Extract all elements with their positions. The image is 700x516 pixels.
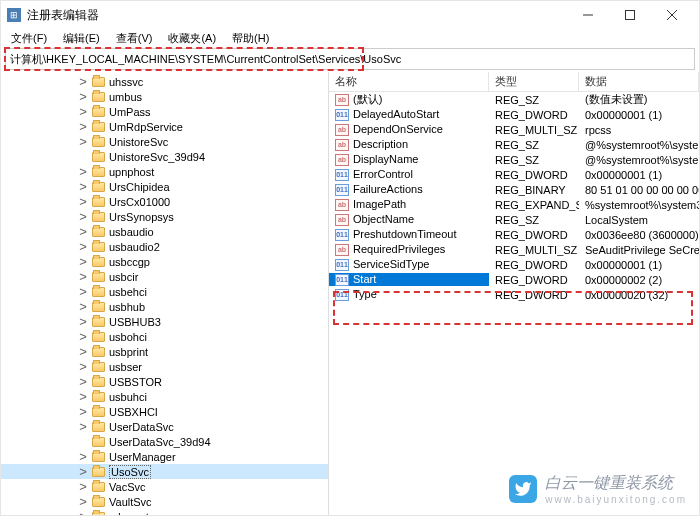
expand-icon[interactable]: > bbox=[76, 134, 90, 149]
value-row-errorcontrol[interactable]: 011ErrorControlREG_DWORD0x00000001 (1) bbox=[329, 167, 699, 182]
tree-item-usbaudio2[interactable]: >usbaudio2 bbox=[1, 239, 328, 254]
value-row-displayname[interactable]: abDisplayNameREG_SZ@%systemroot%\system3 bbox=[329, 152, 699, 167]
tree-item-vaultsvc[interactable]: >VaultSvc bbox=[1, 494, 328, 509]
value-row-preshutdowntimeout[interactable]: 011PreshutdownTimeoutREG_DWORD0x0036ee80… bbox=[329, 227, 699, 242]
tree-item-unistoresvc_39d94[interactable]: UnistoreSvc_39d94 bbox=[1, 149, 328, 164]
menu-edit[interactable]: 编辑(E) bbox=[57, 30, 106, 47]
tree-item-umpass[interactable]: >UmPass bbox=[1, 104, 328, 119]
expand-icon[interactable]: > bbox=[76, 374, 90, 389]
value-data: LocalSystem bbox=[579, 214, 699, 226]
tree-item-urscx01000[interactable]: >UrsCx01000 bbox=[1, 194, 328, 209]
tree-item-usbehci[interactable]: >usbehci bbox=[1, 284, 328, 299]
expand-icon[interactable]: > bbox=[76, 449, 90, 464]
expand-icon[interactable]: > bbox=[76, 254, 90, 269]
tree-item-userdatasvc[interactable]: >UserDataSvc bbox=[1, 419, 328, 434]
tree-item-usbser[interactable]: >usbser bbox=[1, 359, 328, 374]
list-panel[interactable]: 名称 类型 数据 ab(默认)REG_SZ(数值未设置)011DelayedAu… bbox=[329, 72, 699, 516]
expand-icon[interactable]: > bbox=[76, 224, 90, 239]
tree-item-vdrvroot[interactable]: >vdrvroot bbox=[1, 509, 328, 516]
value-row-type[interactable]: 011TypeREG_DWORD0x00000020 (32) bbox=[329, 287, 699, 302]
tree-item-urssynopsys[interactable]: >UrsSynopsys bbox=[1, 209, 328, 224]
tree-item-vacsvc[interactable]: >VacSvc bbox=[1, 479, 328, 494]
tree-item-upnphost[interactable]: >upnphost bbox=[1, 164, 328, 179]
expand-icon[interactable]: > bbox=[76, 314, 90, 329]
expand-icon[interactable]: > bbox=[76, 269, 90, 284]
expand-icon[interactable]: > bbox=[76, 494, 90, 509]
value-row-failureactions[interactable]: 011FailureActionsREG_BINARY80 51 01 00 0… bbox=[329, 182, 699, 197]
value-type: REG_DWORD bbox=[489, 289, 579, 301]
expand-icon[interactable]: > bbox=[76, 239, 90, 254]
tree-item-label: usbuhci bbox=[109, 391, 147, 403]
tree-item-usbhub[interactable]: >usbhub bbox=[1, 299, 328, 314]
expand-icon[interactable]: > bbox=[76, 389, 90, 404]
minimize-button[interactable] bbox=[567, 1, 609, 29]
folder-icon bbox=[92, 317, 105, 327]
expand-icon[interactable] bbox=[76, 149, 90, 164]
tree-item-urschipidea[interactable]: >UrsChipidea bbox=[1, 179, 328, 194]
expand-icon[interactable]: > bbox=[76, 284, 90, 299]
tree-item-label: usbaudio bbox=[109, 226, 154, 238]
value-row-(默认)[interactable]: ab(默认)REG_SZ(数值未设置) bbox=[329, 92, 699, 107]
expand-icon[interactable]: > bbox=[76, 179, 90, 194]
tree-item-usbcir[interactable]: >usbcir bbox=[1, 269, 328, 284]
tree-item-usbohci[interactable]: >usbohci bbox=[1, 329, 328, 344]
address-bar[interactable]: 计算机\HKEY_LOCAL_MACHINE\SYSTEM\CurrentCon… bbox=[5, 48, 695, 70]
value-row-dependonservice[interactable]: abDependOnServiceREG_MULTI_SZrpcss bbox=[329, 122, 699, 137]
folder-icon bbox=[92, 332, 105, 342]
tree-item-umbus[interactable]: >umbus bbox=[1, 89, 328, 104]
expand-icon[interactable]: > bbox=[76, 89, 90, 104]
expand-icon[interactable]: > bbox=[76, 104, 90, 119]
expand-icon[interactable]: > bbox=[76, 74, 90, 89]
expand-icon[interactable] bbox=[76, 434, 90, 449]
tree-item-usbaudio[interactable]: >usbaudio bbox=[1, 224, 328, 239]
tree-item-usermanager[interactable]: >UserManager bbox=[1, 449, 328, 464]
expand-icon[interactable]: > bbox=[76, 299, 90, 314]
maximize-button[interactable] bbox=[609, 1, 651, 29]
expand-icon[interactable]: > bbox=[76, 464, 90, 479]
value-row-servicesidtype[interactable]: 011ServiceSidTypeREG_DWORD0x00000001 (1) bbox=[329, 257, 699, 272]
tree-panel[interactable]: >uhssvc>umbus>UmPass>UmRdpService>Unisto… bbox=[1, 72, 329, 516]
tree-item-usbccgp[interactable]: >usbccgp bbox=[1, 254, 328, 269]
value-row-requiredprivileges[interactable]: abRequiredPrivilegesREG_MULTI_SZSeAuditP… bbox=[329, 242, 699, 257]
tree-item-usbstor[interactable]: >USBSTOR bbox=[1, 374, 328, 389]
value-row-imagepath[interactable]: abImagePathREG_EXPAND_SZ%systemroot%\sys… bbox=[329, 197, 699, 212]
expand-icon[interactable]: > bbox=[76, 359, 90, 374]
tree-item-userdatasvc_39d94[interactable]: UserDataSvc_39d94 bbox=[1, 434, 328, 449]
value-row-delayedautostart[interactable]: 011DelayedAutoStartREG_DWORD0x00000001 (… bbox=[329, 107, 699, 122]
expand-icon[interactable]: > bbox=[76, 419, 90, 434]
col-header-type[interactable]: 类型 bbox=[489, 72, 579, 92]
expand-icon[interactable]: > bbox=[76, 329, 90, 344]
menu-help[interactable]: 帮助(H) bbox=[226, 30, 275, 47]
folder-icon bbox=[92, 152, 105, 162]
col-header-data[interactable]: 数据 bbox=[579, 72, 699, 92]
expand-icon[interactable]: > bbox=[76, 164, 90, 179]
expand-icon[interactable]: > bbox=[76, 479, 90, 494]
regedit-icon: ⊞ bbox=[7, 8, 21, 22]
tree-item-usbhub3[interactable]: >USBHUB3 bbox=[1, 314, 328, 329]
menu-view[interactable]: 查看(V) bbox=[110, 30, 159, 47]
expand-icon[interactable]: > bbox=[76, 404, 90, 419]
menu-file[interactable]: 文件(F) bbox=[5, 30, 53, 47]
tree-item-unistoresvc[interactable]: >UnistoreSvc bbox=[1, 134, 328, 149]
value-name: DependOnService bbox=[353, 123, 443, 135]
value-name: DelayedAutoStart bbox=[353, 108, 439, 120]
tree-item-usbxhci[interactable]: >USBXHCI bbox=[1, 404, 328, 419]
tree-item-usbuhci[interactable]: >usbuhci bbox=[1, 389, 328, 404]
value-row-objectname[interactable]: abObjectNameREG_SZLocalSystem bbox=[329, 212, 699, 227]
tree-item-usosvc[interactable]: >UsoSvc bbox=[1, 464, 328, 479]
expand-icon[interactable]: > bbox=[76, 344, 90, 359]
expand-icon[interactable]: > bbox=[76, 119, 90, 134]
menu-favorites[interactable]: 收藏夹(A) bbox=[162, 30, 222, 47]
tree-item-umrdpservice[interactable]: >UmRdpService bbox=[1, 119, 328, 134]
address-path: 计算机\HKEY_LOCAL_MACHINE\SYSTEM\CurrentCon… bbox=[10, 52, 401, 67]
value-row-start[interactable]: 011StartREG_DWORD0x00000002 (2) bbox=[329, 272, 699, 287]
expand-icon[interactable]: > bbox=[76, 194, 90, 209]
value-row-description[interactable]: abDescriptionREG_SZ@%systemroot%\system3 bbox=[329, 137, 699, 152]
value-name: Start bbox=[353, 273, 376, 285]
expand-icon[interactable]: > bbox=[76, 509, 90, 516]
col-header-name[interactable]: 名称 bbox=[329, 72, 489, 92]
tree-item-usbprint[interactable]: >usbprint bbox=[1, 344, 328, 359]
tree-item-uhssvc[interactable]: >uhssvc bbox=[1, 74, 328, 89]
close-button[interactable] bbox=[651, 1, 693, 29]
expand-icon[interactable]: > bbox=[76, 209, 90, 224]
